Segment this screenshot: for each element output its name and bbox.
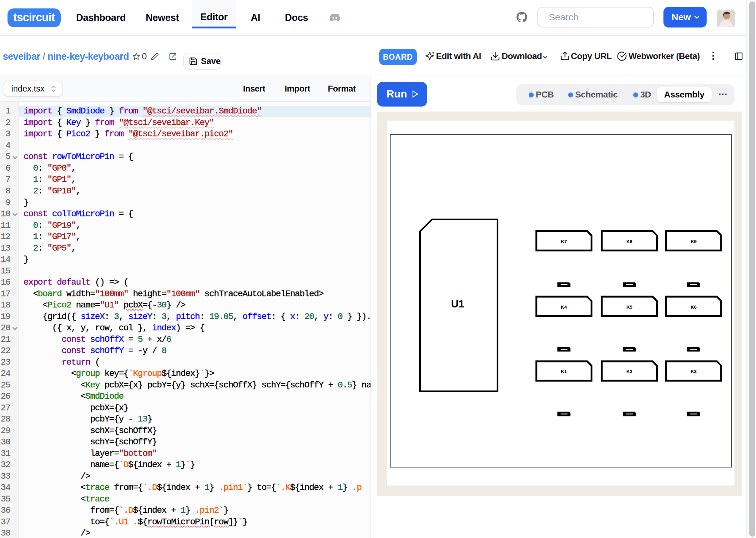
svg-text:K1: K1 [561, 369, 567, 374]
svg-text:U1: U1 [451, 298, 464, 310]
svg-text:K8: K8 [626, 239, 632, 244]
svg-text:K4: K4 [561, 304, 567, 310]
svg-text:K3: K3 [691, 369, 697, 374]
svg-text:K2: K2 [626, 369, 632, 374]
svg-text:K6: K6 [691, 304, 697, 310]
svg-text:K9: K9 [691, 239, 697, 244]
svg-text:K7: K7 [561, 239, 567, 244]
svg-text:K5: K5 [626, 304, 632, 310]
